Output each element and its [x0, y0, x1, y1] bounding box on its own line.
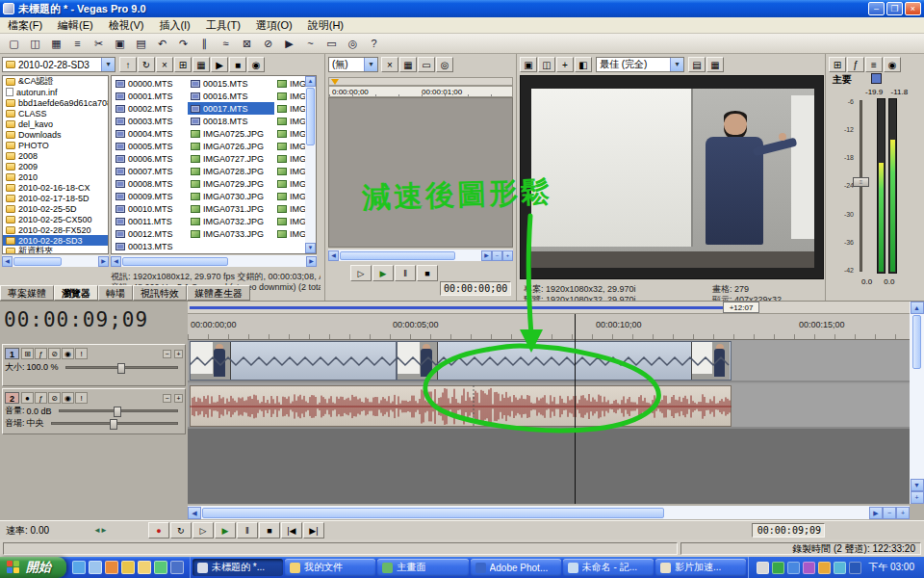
scroll-right-icon[interactable]: ▶ — [481, 250, 492, 261]
video-track-header[interactable]: 1 ⊞ƒ⊘◉! − + 大小: 100.0 % — [2, 344, 186, 386]
file-item[interactable]: IMGA0726.JPG — [188, 140, 274, 152]
audio-track-header[interactable]: 2 ●ƒ⊘◉! − + 音量: 0.0 dB 音場: 中央 — [2, 388, 186, 434]
taskbar-task[interactable]: 未標題的 *... — [192, 559, 283, 576]
scroll-left-icon[interactable]: ◀ — [188, 507, 201, 519]
file-item[interactable]: IMGA0 — [274, 90, 307, 102]
properties-icon[interactable]: ≡ — [67, 35, 88, 52]
tree-item[interactable]: bbd1aefde6a9d61ca708 — [3, 97, 108, 108]
cursor-time-display[interactable]: 00:00:09;09 — [4, 308, 181, 331]
track-fx-icon[interactable]: ƒ — [35, 392, 47, 404]
delete-icon[interactable]: × — [156, 57, 173, 72]
volume-value[interactable]: 0.0 dB — [27, 407, 52, 416]
selection-edit-tool-icon[interactable]: ▭ — [321, 35, 342, 52]
tree-item[interactable]: &CA認證 — [3, 76, 108, 87]
auto-preview-icon[interactable]: ◉ — [247, 57, 265, 72]
file-item[interactable]: IMGA0731.JPG — [188, 202, 274, 215]
scroll-left-icon[interactable]: ◀ — [328, 250, 339, 261]
menu-item[interactable]: 工具(T) — [198, 17, 248, 34]
scrollbar-thumb[interactable] — [306, 88, 315, 145]
redo-icon[interactable]: ↷ — [173, 35, 193, 52]
playhead-cursor[interactable] — [575, 314, 576, 504]
folder-icon[interactable] — [138, 561, 151, 574]
trimmer-history-dropdown[interactable]: (無) ▾ — [328, 57, 378, 72]
play-from-start-button[interactable]: ▷ — [192, 522, 214, 539]
play-from-start-button[interactable]: ▷ — [350, 265, 372, 281]
file-item[interactable]: IMGA0 — [274, 177, 307, 190]
file-item[interactable]: 00001.MTS — [113, 90, 188, 102]
taskbar-clock[interactable]: 下午 03:00 — [868, 561, 914, 574]
file-item[interactable]: IMGA0 — [274, 227, 307, 240]
photoshop-icon[interactable] — [170, 561, 184, 574]
zoom-selection-icon[interactable]: ◎ — [436, 57, 453, 72]
scroll-down-icon[interactable]: ▼ — [305, 243, 316, 253]
tree-item[interactable]: PHOTO — [3, 140, 108, 150]
file-item[interactable]: IMGA0 — [274, 215, 307, 227]
scroll-left-icon[interactable]: ◀ — [2, 256, 13, 267]
scroll-left-icon[interactable]: ◀ — [111, 256, 121, 267]
pause-button[interactable]: ‖ — [237, 522, 258, 539]
zoom-out-icon[interactable]: − — [492, 250, 502, 261]
views-icon[interactable]: ▦ — [192, 57, 210, 72]
scrollbar-thumb[interactable] — [340, 251, 455, 260]
slider-handle[interactable] — [114, 407, 121, 417]
tree-hscrollbar[interactable]: ◀ ▶ — [2, 255, 109, 267]
transport-time-display[interactable]: 00:00:09;09 — [752, 523, 825, 538]
envelope-edit-tool-icon[interactable]: ~ — [300, 35, 321, 52]
address-dropdown[interactable]: 2010-02-28-SD3 ▾ — [2, 57, 116, 72]
file-item[interactable]: 00017.MTS — [188, 102, 274, 115]
taskbar-task[interactable]: 主畫面 — [377, 559, 468, 576]
auto-ripple-icon[interactable]: ≈ — [216, 35, 236, 52]
remove-media-icon[interactable]: × — [381, 57, 398, 72]
empty-track-area[interactable] — [188, 429, 910, 504]
scrollbar-thumb[interactable] — [13, 257, 62, 266]
messenger-icon[interactable] — [154, 561, 167, 574]
video-fx-icon[interactable]: + — [556, 57, 574, 72]
scroll-right-icon[interactable]: ▶ — [306, 256, 317, 267]
mute-icon[interactable]: ⊘ — [48, 392, 61, 404]
file-item[interactable]: 00016.MTS — [188, 90, 274, 102]
new-project-icon[interactable]: ▢ — [4, 35, 24, 52]
minimize-button[interactable]: – — [868, 2, 885, 15]
start-button[interactable]: 開始 — [0, 557, 66, 578]
track-fx-icon[interactable]: ƒ — [35, 348, 47, 359]
up-one-level-icon[interactable]: ↑ — [119, 57, 137, 72]
play-button[interactable]: ▶ — [215, 522, 236, 539]
dock-tab[interactable]: 媒體產生器 — [187, 285, 250, 301]
help-icon[interactable]: ? — [364, 35, 384, 52]
dropdown-arrow-icon[interactable]: ▾ — [101, 58, 115, 71]
snapping-icon[interactable]: ∥ — [194, 35, 215, 52]
tree-item[interactable]: 2010-02-16-18-CX — [3, 182, 108, 193]
slider-handle[interactable] — [117, 363, 125, 374]
paste-icon[interactable]: ▤ — [131, 35, 151, 52]
automation-icon[interactable]: ! — [75, 348, 88, 359]
file-item[interactable]: IMGA0 — [274, 190, 307, 202]
rate-slider-icon[interactable]: ◄► — [93, 526, 107, 535]
file-item[interactable]: IMGA0 — [274, 140, 307, 152]
file-list-vscrollbar[interactable]: ▲ ▼ — [305, 76, 316, 253]
menu-item[interactable]: 檔案(F) — [0, 17, 50, 34]
track-motion-icon[interactable]: ⊞ — [21, 348, 34, 359]
time-ruler[interactable]: 00:00:00;00 00:00:05;00 00:00:10;00 00:0… — [188, 314, 910, 340]
media-player-icon[interactable] — [105, 561, 118, 574]
graphics-icon[interactable] — [803, 562, 815, 574]
file-item[interactable]: IMGA0733.JPG — [188, 227, 274, 240]
solo-icon[interactable]: ◉ — [62, 348, 74, 359]
titlebar[interactable]: 未標題的 * - Vegas Pro 9.0 –❐× — [0, 0, 924, 17]
file-item[interactable]: 00010.MTS — [113, 202, 188, 215]
stop-button[interactable]: ■ — [259, 522, 280, 539]
loop-playback-button[interactable]: ↻ — [170, 522, 192, 539]
loop-region-bar[interactable] — [190, 306, 729, 309]
save-markers-icon[interactable]: ▦ — [399, 57, 417, 72]
normal-edit-tool-icon[interactable]: ▶ — [279, 35, 299, 52]
file-item[interactable]: 00004.MTS — [113, 127, 188, 140]
taskbar-task[interactable]: 影片加速... — [655, 559, 746, 576]
file-item[interactable]: IMGA0732.JPG — [188, 215, 274, 227]
timeline-hscrollbar[interactable]: ◀ ▶ − + — [188, 506, 910, 519]
file-item[interactable]: 00013.MTS — [113, 240, 188, 252]
file-item[interactable]: IMGA0 — [274, 152, 307, 165]
mixer-properties-icon[interactable]: ≡ — [865, 57, 883, 72]
tree-item[interactable]: 新資料夾 — [3, 246, 108, 254]
select-events-icon[interactable]: ▭ — [418, 57, 435, 72]
network-icon[interactable] — [834, 562, 846, 574]
external-monitor-icon[interactable]: ◫ — [538, 57, 555, 72]
